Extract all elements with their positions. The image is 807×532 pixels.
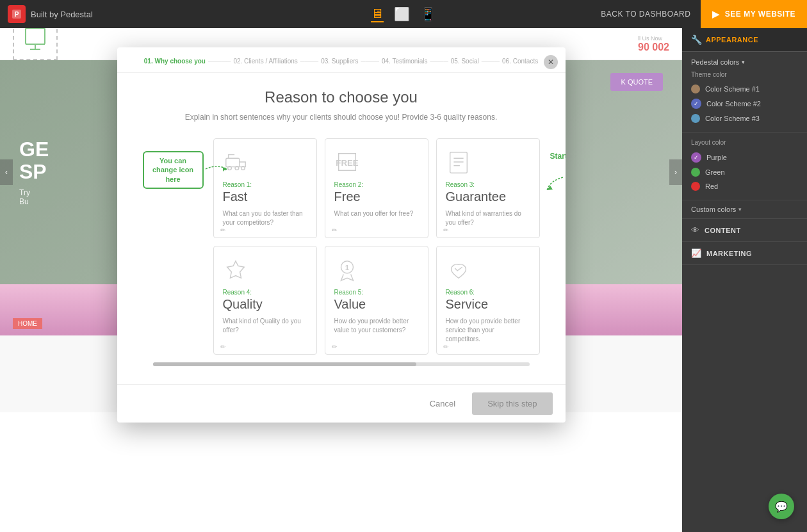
layout-green[interactable]: Green xyxy=(691,165,798,179)
scrollbar-thumb[interactable] xyxy=(153,362,417,366)
reason-1-label: Reason 1: xyxy=(223,181,307,188)
appearance-icon: 🔧 xyxy=(691,35,702,45)
reason-card-3[interactable]: Reason 3: Guarantee What kind of warrant… xyxy=(436,138,540,238)
color-scheme-3[interactable]: Color Scheme #3 xyxy=(691,111,798,125)
reason-1-desc: What can you do faster than your competi… xyxy=(223,209,307,227)
reason-6-desc: How do you provide better service than y… xyxy=(446,317,530,344)
reason-6-icon xyxy=(446,257,471,282)
appearance-title: APPEARANCE xyxy=(706,36,758,44)
reason-2-desc: What can you offer for free? xyxy=(334,209,419,218)
reason-2-title: Free xyxy=(334,189,419,204)
wizard-steps: 01. Why choose you ───── 02. Clients / A… xyxy=(117,47,566,73)
custom-colors-caret-icon: ▾ xyxy=(738,206,742,213)
custom-colors-row[interactable]: Custom colors ▾ xyxy=(682,200,807,219)
tablet-icon[interactable]: ⬜ xyxy=(394,6,410,22)
pedestal-caret-icon: ▾ xyxy=(742,59,745,65)
reason-card-6[interactable]: Reason 6: Service How do you provide bet… xyxy=(436,246,540,355)
layout-purple[interactable]: ✓ Purple xyxy=(691,150,798,165)
color-scheme-3-dot xyxy=(691,114,700,123)
wizard-step-5[interactable]: 05. Social xyxy=(451,58,479,65)
wizard-step-2[interactable]: 02. Clients / Affiliations xyxy=(233,58,297,65)
custom-colors-label: Custom colors xyxy=(691,206,736,213)
content-eye-icon: 👁 xyxy=(691,225,699,235)
marketing-label: MARKETING xyxy=(706,250,752,257)
wizard-step-1[interactable]: 01. Why choose you xyxy=(144,58,206,65)
topbar-left: P Built by Pedestal xyxy=(8,5,93,23)
color-scheme-1[interactable]: Color Scheme #1 xyxy=(691,82,798,96)
layout-purple-check: ✓ xyxy=(691,152,701,163)
appearance-header: 🔧 APPEARANCE xyxy=(682,28,807,52)
modal-body: Reason to choose you Explain in short se… xyxy=(117,73,566,384)
marketing-chart-icon: 📈 xyxy=(691,248,701,258)
wizard-step-4[interactable]: 04. Testimonials xyxy=(382,58,428,65)
modal-scrollbar[interactable] xyxy=(143,362,540,374)
marketing-menu-item[interactable]: 📈 MARKETING xyxy=(682,242,807,265)
reason-1-edit-icon[interactable]: ✏ xyxy=(220,227,225,234)
wizard-step-6[interactable]: 06. Contacts xyxy=(502,58,538,65)
content-label: CONTENT xyxy=(705,227,741,234)
svg-text:1: 1 xyxy=(345,264,349,271)
layout-color-section: Layout color ✓ Purple Green Red xyxy=(682,133,807,200)
arrow-icon: ▶ xyxy=(712,9,720,19)
svg-marker-17 xyxy=(547,186,553,190)
main-layout: ll Us Now 90 002 ‹ GESP TryBu K QUOTE › … xyxy=(0,28,807,532)
reason-5-desc: How do you provide better value to your … xyxy=(334,317,419,335)
reason-card-5[interactable]: 1 Reason 5: Value How do you provide bet… xyxy=(325,246,428,355)
pedestal-colors-title[interactable]: Pedestal colors ▾ xyxy=(691,58,798,66)
reason-4-edit-icon[interactable]: ✏ xyxy=(220,343,225,350)
content-menu-item[interactable]: 👁 CONTENT xyxy=(682,219,807,242)
desktop-icon[interactable]: 🖥 xyxy=(371,6,384,22)
reason-6-title: Service xyxy=(446,297,530,312)
reason-5-edit-icon[interactable]: ✏ xyxy=(332,343,337,350)
reason-6-edit-icon[interactable]: ✏ xyxy=(443,343,448,350)
svg-rect-13 xyxy=(450,152,467,173)
reason-5-icon: 1 xyxy=(334,257,360,282)
reason-3-edit-icon[interactable]: ✏ xyxy=(443,227,448,234)
logo-icon: P xyxy=(8,5,26,23)
modal-title: Reason to choose you xyxy=(143,88,540,106)
svg-text:FREE: FREE xyxy=(336,158,359,168)
color-scheme-2[interactable]: ✓ Color Scheme #2 xyxy=(691,96,798,111)
skip-button[interactable]: Skip this step xyxy=(472,392,552,415)
reasons-container: You can change icon here xyxy=(143,138,540,355)
color-scheme-1-dot xyxy=(691,85,700,93)
chat-bubble-button[interactable]: 💬 xyxy=(769,494,794,519)
topbar-right: BACK TO DASHBOARD ▶ SEE MY WEBSITE xyxy=(591,0,807,28)
back-to-dashboard-button[interactable]: BACK TO DASHBOARD xyxy=(591,10,701,19)
reason-2-edit-icon[interactable]: ✏ xyxy=(332,227,337,234)
reason-4-label: Reason 4: xyxy=(223,289,307,296)
reason-6-label: Reason 6: xyxy=(446,289,530,296)
wizard-modal: ✕ 01. Why choose you ───── 02. Clients /… xyxy=(117,47,566,423)
layout-red-dot xyxy=(691,182,700,191)
reason-4-desc: What kind of Quality do you offer? xyxy=(223,317,307,335)
modal-subtitle: Explain in short sentences why your clie… xyxy=(143,111,540,123)
reason-1-title: Fast xyxy=(223,189,307,204)
start-typing-arrow-icon xyxy=(544,174,566,193)
chat-icon: 💬 xyxy=(775,501,788,513)
reason-2-icon: FREE xyxy=(334,149,360,175)
see-my-website-button[interactable]: ▶ SEE MY WEBSITE xyxy=(701,0,807,28)
cancel-button[interactable]: Cancel xyxy=(420,392,466,415)
reason-2-label: Reason 2: xyxy=(334,181,419,188)
wizard-step-3[interactable]: 03. Suppliers xyxy=(321,58,358,65)
reason-4-title: Quality xyxy=(223,297,307,312)
reason-card-2[interactable]: FREE Reason 2: Free What can you offer f… xyxy=(325,138,428,238)
reasons-grid: Reason 1: Fast What can you do faster th… xyxy=(213,138,540,355)
topbar: P Built by Pedestal 🖥 ⬜ 📱 BACK TO DASHBO… xyxy=(0,0,807,28)
mobile-icon[interactable]: 📱 xyxy=(420,6,436,22)
right-panel: 🔧 APPEARANCE Pedestal colors ▾ Theme col… xyxy=(682,28,807,532)
modal-overlay: ✕ 01. Why choose you ───── 02. Clients /… xyxy=(0,28,682,532)
reason-card-1[interactable]: Reason 1: Fast What can you do faster th… xyxy=(213,138,317,238)
modal-close-button[interactable]: ✕ xyxy=(544,55,558,69)
layout-color-label: Layout color xyxy=(691,139,798,146)
reason-card-4[interactable]: Reason 4: Quality What kind of Quality d… xyxy=(213,246,317,355)
svg-text:P: P xyxy=(15,11,19,18)
theme-color-label: Theme color xyxy=(691,71,798,78)
reason-3-icon xyxy=(446,149,471,175)
layout-red[interactable]: Red xyxy=(691,179,798,193)
reason-3-desc: What kind of warranties do you offer? xyxy=(446,209,530,227)
modal-footer: Cancel Skip this step xyxy=(117,384,566,423)
pedestal-colors-section: Pedestal colors ▾ Theme color Color Sche… xyxy=(682,52,807,133)
device-switcher: 🖥 ⬜ 📱 xyxy=(371,6,436,22)
layout-green-dot xyxy=(691,168,700,177)
